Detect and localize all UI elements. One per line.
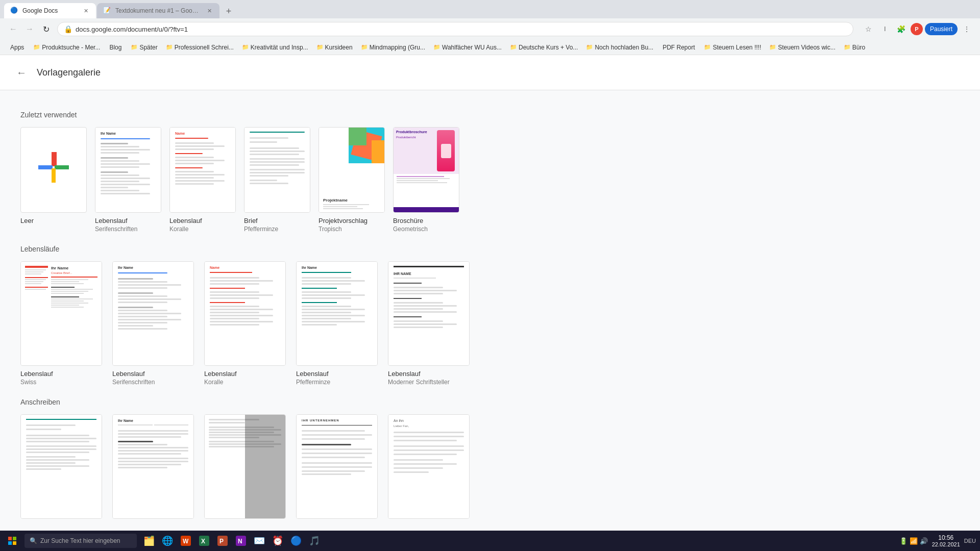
back-button[interactable]: ← xyxy=(6,22,20,36)
reading-mode-icon[interactable]: Ⅰ xyxy=(878,22,892,36)
modern-section2 xyxy=(394,298,422,299)
bookmark-professionell[interactable]: 📁 Professionell Schrei... xyxy=(163,43,237,52)
ihr-name-2: Ihr Name xyxy=(118,266,188,269)
template-projekt[interactable]: Projektname Projektvorschlag Tropisch xyxy=(318,127,385,233)
forward-button[interactable]: → xyxy=(22,22,37,36)
bookmark-mindmapping[interactable]: 📁 Mindmapping (Gru... xyxy=(358,43,428,52)
template-cv-koralle[interactable]: Name xyxy=(169,127,236,233)
taskbar: 🔍 Zur Suche Text hier eingeben 🗂️ 🌐 W X … xyxy=(0,531,980,551)
template-brief[interactable]: Brief Pfefferminze xyxy=(244,127,310,233)
swiss-m5 xyxy=(51,291,88,292)
taskbar-app-onenote[interactable]: N xyxy=(233,533,249,549)
bookmark-später[interactable]: 📁 Später xyxy=(128,43,160,52)
swiss-s2 xyxy=(25,271,43,272)
tab-close-textdoc[interactable]: ✕ xyxy=(205,7,213,15)
template-thumb-projekt: Projektname xyxy=(318,127,385,213)
template-cover-1[interactable] xyxy=(20,414,102,519)
profile-button[interactable]: Pausiert xyxy=(925,23,958,35)
modern-ihr-name: IHR NAME xyxy=(394,272,464,276)
folder-icon-später: 📁 xyxy=(131,44,138,51)
kreativität-label: Kreativität und Insp... xyxy=(251,44,308,51)
new-tab-button[interactable]: + xyxy=(222,4,236,18)
cv-swiss-content: Ihr Name Creative Brief... xyxy=(21,262,102,365)
swiss-s7 xyxy=(25,289,46,290)
taskbar-app-mail[interactable]: ✉️ xyxy=(251,533,267,549)
swiss-m3 xyxy=(51,283,84,284)
taskbar-app-fileexplorer[interactable]: 🗂️ xyxy=(141,533,157,549)
bookmark-apps[interactable]: Apps xyxy=(6,43,28,52)
bookmark-star-icon[interactable]: ☆ xyxy=(862,22,876,36)
taskbar-app-powerpoint[interactable]: P xyxy=(214,533,231,549)
template-name-cv-modern: Lebenslauf xyxy=(388,370,470,378)
doc-content-cv-koralle: Name xyxy=(170,128,235,212)
extensions-icon[interactable]: 🧩 xyxy=(894,22,909,36)
bookmark-deutsche[interactable]: 📁 Deutsche Kurs + Vo... xyxy=(507,43,581,52)
tab-textdoc[interactable]: 📝 Textdokument neu #1 – Google ... ✕ xyxy=(97,3,219,18)
taskbar-app-excel[interactable]: X xyxy=(196,533,212,549)
back-to-docs-button[interactable]: ← xyxy=(12,63,31,82)
template-subtitle-cv-serif2: Serifenschriften xyxy=(112,379,194,386)
folder-icon-büro: 📁 xyxy=(844,44,851,51)
template-cover-2[interactable]: Ihr Name xyxy=(112,414,194,519)
bookmark-produktsuche[interactable]: 📁 Produktsuche - Mer... xyxy=(30,43,103,52)
taskbar-search-box[interactable]: 🔍 Zur Suche Text hier eingeben xyxy=(24,534,137,548)
broschüre-content: Produktbroschure Produktbericht xyxy=(394,128,459,212)
template-subtitle-cv-mint: Pfefferminze xyxy=(296,379,378,386)
swiss-m8 xyxy=(51,300,84,302)
koralle-header: Name xyxy=(175,132,230,135)
swiss-accent-3 xyxy=(25,287,48,288)
template-cv-swiss[interactable]: Ihr Name Creative Brief... xyxy=(20,261,102,386)
reload-button[interactable]: ↻ xyxy=(39,22,53,36)
folder-icon-mindmapping: 📁 xyxy=(361,44,368,51)
recently-used-title: Zuletzt verwendet xyxy=(20,111,643,119)
doc-content-brief xyxy=(244,128,310,212)
brochure-bottom xyxy=(394,174,459,212)
template-leer[interactable]: Leer xyxy=(20,127,87,233)
start-button[interactable] xyxy=(4,533,20,549)
bookmark-blog[interactable]: Blog xyxy=(105,43,126,52)
template-cv-mint[interactable]: Ihr Name xyxy=(296,261,378,386)
template-cover-5[interactable]: An ihn Lieber Fan, xyxy=(388,414,470,519)
doc-content-cover-2: Ihr Name xyxy=(113,415,193,518)
template-cv-koralle2[interactable]: Name xyxy=(204,261,286,386)
template-cv-serif[interactable]: Ihr Name xyxy=(95,127,161,233)
büro-label: Büro xyxy=(852,44,865,51)
taskbar-app-clock[interactable]: ⏰ xyxy=(270,533,286,549)
bookmark-büro[interactable]: 📁 Büro xyxy=(841,43,868,52)
taskbar-clock[interactable]: 10:56 22.02.2021 xyxy=(932,534,960,547)
bookmark-kursideen[interactable]: 📁 Kursideen xyxy=(313,43,356,52)
taskbar-search-text: Zur Suche Text hier eingeben xyxy=(40,537,120,544)
svg-text:P: P xyxy=(219,538,224,545)
template-cv-modern[interactable]: IHR NAME xyxy=(388,261,470,386)
taskbar-app-chrome[interactable]: 🔵 xyxy=(288,533,304,549)
cv-swiss-sidebar xyxy=(25,266,48,361)
template-cover-3[interactable] xyxy=(204,414,286,519)
template-broschüre[interactable]: Produktbroschure Produktbericht xyxy=(393,127,459,233)
system-tray-icons: 🔋 📶 🔊 xyxy=(899,537,928,545)
bookmark-wahlfächer[interactable]: 📁 Wahlfächer WU Aus... xyxy=(430,43,505,52)
template-cover-4[interactable]: IHR UNTERNEHMEN xyxy=(296,414,378,519)
taskbar-app-office[interactable]: W xyxy=(178,533,194,549)
tab-google-docs[interactable]: 🔵 Google Docs ✕ xyxy=(4,3,96,18)
template-subtitle-brief: Pfefferminze xyxy=(244,226,310,233)
taskbar-app-edge[interactable]: 🌐 xyxy=(159,533,176,549)
profile-avatar[interactable]: P xyxy=(911,23,923,35)
phone-screen xyxy=(441,144,451,158)
recently-used-section: Zuletzt verwendet xyxy=(20,111,643,233)
template-thumb-cv-mint: Ihr Name xyxy=(296,261,378,366)
bookmark-steuern-videos[interactable]: 📁 Steuern Videos wic... xyxy=(766,43,839,52)
address-bar[interactable]: 🔒 docs.google.com/document/u/0/?ftv=1 xyxy=(57,22,853,36)
menu-icon[interactable]: ⋮ xyxy=(960,22,974,36)
svg-rect-5 xyxy=(52,168,56,183)
taskbar-app-spotify[interactable]: 🎵 xyxy=(306,533,323,549)
bookmark-pdf[interactable]: PDF Report xyxy=(658,43,699,52)
bookmark-steuern-lesen[interactable]: 📁 Steuern Lesen !!!! xyxy=(701,43,764,52)
swiss-m1 xyxy=(51,279,88,280)
tab-close-docs[interactable]: ✕ xyxy=(82,7,90,15)
bookmark-noch[interactable]: 📁 Noch hochladen Bu... xyxy=(583,43,656,52)
cv-swiss-main: Ihr Name Creative Brief... xyxy=(51,266,97,361)
mint-ihr-name: Ihr Name xyxy=(302,266,372,269)
template-cv-serif2[interactable]: Ihr Name xyxy=(112,261,194,386)
bookmark-kreativität[interactable]: 📁 Kreativität und Insp... xyxy=(239,43,311,52)
taskbar-language: DEU xyxy=(964,538,976,544)
